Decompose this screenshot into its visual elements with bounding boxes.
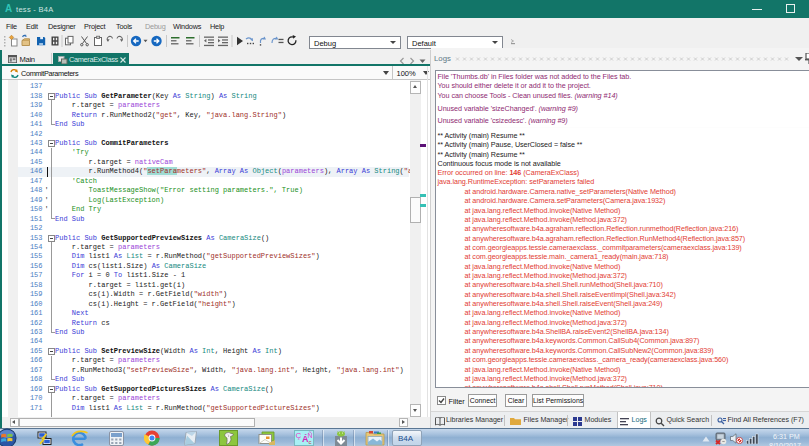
svg-text:Ç: Ç (296, 431, 302, 440)
svg-text:c: c (309, 439, 312, 445)
svg-text:Ñ: Ñ (308, 431, 313, 439)
